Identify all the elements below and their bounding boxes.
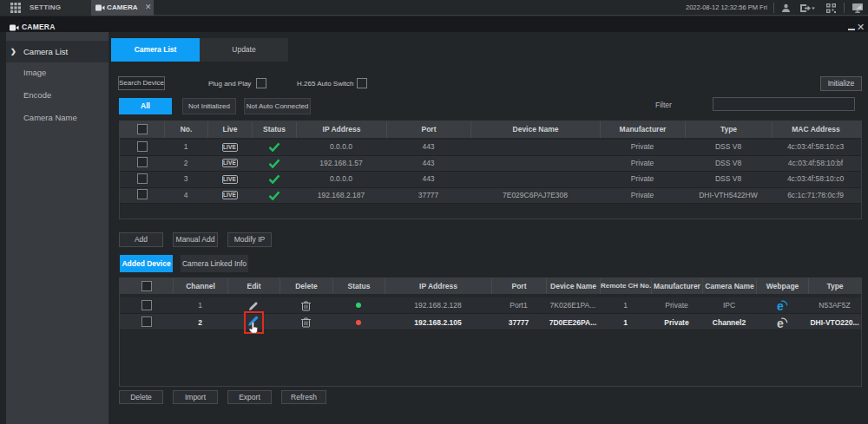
svg-text:e: e [777, 317, 784, 329]
svg-text:e: e [777, 300, 784, 311]
